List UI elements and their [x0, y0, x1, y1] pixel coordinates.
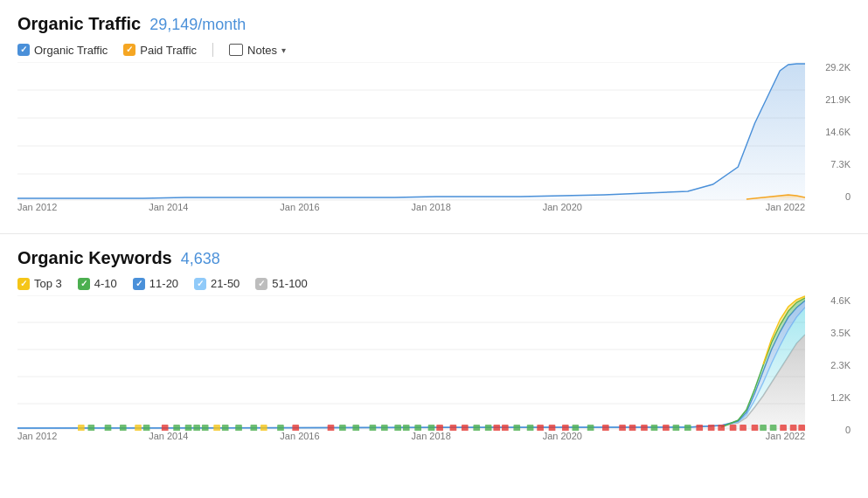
svg-rect-60: [684, 425, 691, 431]
svg-rect-23: [213, 425, 220, 431]
svg-rect-46: [513, 425, 520, 431]
svg-rect-40: [450, 425, 457, 431]
svg-rect-35: [394, 425, 401, 431]
11-20-label: 11-20: [149, 277, 178, 290]
organic-keywords-section: Organic Keywords 4,638 Top 3 4-10 11-20 …: [0, 234, 868, 462]
svg-rect-36: [403, 425, 410, 431]
organic-keywords-header: Organic Keywords 4,638: [17, 248, 851, 268]
svg-rect-24: [222, 425, 229, 431]
svg-rect-31: [339, 425, 346, 431]
svg-rect-42: [473, 425, 480, 431]
svg-rect-61: [696, 425, 703, 431]
organic-keywords-x-axis: Jan 2012 Jan 2014 Jan 2016 Jan 2018 Jan …: [17, 431, 851, 441]
svg-rect-28: [277, 425, 284, 431]
x-label-4: Jan 2020: [543, 202, 674, 212]
svg-rect-20: [185, 425, 192, 431]
svg-rect-57: [651, 425, 658, 431]
svg-rect-16: [135, 425, 142, 431]
kw-x-label-2: Jan 2016: [280, 431, 411, 441]
51-100-checkbox[interactable]: [255, 278, 267, 290]
svg-rect-49: [549, 425, 556, 431]
paid-traffic-label: Paid Traffic: [140, 44, 197, 57]
svg-rect-54: [619, 425, 626, 431]
x-label-0: Jan 2012: [17, 202, 149, 212]
svg-rect-47: [527, 425, 534, 431]
y-label-1: 21.9K: [825, 94, 851, 105]
svg-rect-26: [250, 425, 257, 431]
svg-rect-56: [641, 425, 648, 431]
y-label-0: 29.2K: [825, 62, 851, 73]
legend-item-paid[interactable]: Paid Traffic: [123, 44, 197, 57]
kw-y-label-4: 0: [845, 425, 851, 435]
svg-rect-70: [790, 425, 797, 431]
organic-traffic-y-axis: 29.2K 21.9K 14.6K 7.3K 0: [807, 62, 851, 202]
organic-traffic-checkbox[interactable]: [17, 44, 30, 56]
svg-rect-69: [780, 425, 787, 431]
svg-rect-43: [485, 425, 492, 431]
svg-rect-68: [770, 425, 777, 431]
kw-y-label-0: 4.6K: [830, 295, 851, 306]
svg-rect-30: [328, 425, 335, 431]
x-label-3: Jan 2018: [412, 202, 543, 212]
organic-traffic-chart: [17, 62, 805, 202]
paid-traffic-checkbox[interactable]: [123, 44, 135, 56]
svg-rect-39: [436, 425, 443, 431]
legend-item-11-20[interactable]: 11-20: [133, 277, 178, 290]
legend-item-21-50[interactable]: 21-50: [194, 277, 240, 290]
notes-label: Notes: [247, 44, 277, 57]
svg-rect-13: [88, 425, 95, 431]
svg-rect-17: [143, 425, 150, 431]
svg-rect-41: [462, 425, 469, 431]
svg-rect-55: [629, 425, 636, 431]
legend-item-51-100[interactable]: 51-100: [255, 277, 307, 290]
51-100-label: 51-100: [272, 277, 307, 290]
kw-y-label-1: 3.5K: [830, 328, 851, 338]
svg-rect-25: [235, 425, 242, 431]
svg-rect-45: [502, 425, 509, 431]
top3-checkbox[interactable]: [17, 278, 30, 290]
4-10-checkbox[interactable]: [78, 278, 90, 290]
legend-item-top3[interactable]: Top 3: [17, 277, 62, 290]
svg-rect-51: [573, 425, 580, 431]
organic-traffic-header: Organic Traffic 29,149/month: [17, 14, 851, 34]
svg-rect-71: [798, 425, 805, 431]
notes-chevron-icon: ▾: [281, 45, 286, 55]
svg-rect-37: [414, 425, 421, 431]
x-label-2: Jan 2016: [280, 202, 411, 212]
notes-button[interactable]: Notes ▾: [229, 44, 286, 57]
svg-rect-58: [663, 425, 670, 431]
legend-item-organic[interactable]: Organic Traffic: [17, 44, 108, 57]
svg-rect-27: [260, 425, 267, 431]
organic-traffic-chart-wrapper: 29.2K 21.9K 14.6K 7.3K 0: [17, 62, 851, 202]
organic-traffic-value: 29,149/month: [149, 16, 246, 34]
notes-icon: [229, 44, 243, 56]
organic-keywords-chart-wrapper: 4.6K 3.5K 2.3K 1.2K 0: [17, 295, 851, 431]
svg-rect-21: [193, 425, 200, 431]
svg-rect-12: [78, 425, 85, 431]
kw-y-label-2: 2.3K: [830, 360, 851, 370]
organic-keywords-chart: [17, 295, 805, 431]
svg-rect-50: [562, 425, 569, 431]
kw-x-label-1: Jan 2014: [149, 431, 280, 441]
svg-rect-52: [587, 425, 594, 431]
svg-rect-29: [292, 425, 299, 431]
svg-rect-44: [493, 425, 500, 431]
svg-rect-34: [381, 425, 388, 431]
kw-x-label-5: Jan 2022: [674, 431, 805, 441]
kw-x-label-3: Jan 2018: [412, 431, 543, 441]
top3-label: Top 3: [34, 277, 62, 290]
organic-keywords-value: 4,638: [181, 250, 220, 268]
legend-item-4-10[interactable]: 4-10: [78, 277, 117, 290]
21-50-checkbox[interactable]: [194, 278, 206, 290]
y-label-4: 0: [845, 191, 851, 202]
y-label-3: 7.3K: [830, 159, 851, 169]
kw-x-label-0: Jan 2012: [17, 431, 149, 441]
organic-traffic-label: Organic Traffic: [34, 44, 108, 57]
organic-traffic-x-axis: Jan 2012 Jan 2014 Jan 2016 Jan 2018 Jan …: [17, 202, 851, 212]
organic-keywords-title: Organic Keywords: [17, 248, 172, 268]
kw-x-label-4: Jan 2020: [543, 431, 674, 441]
svg-rect-15: [120, 425, 127, 431]
11-20-checkbox[interactable]: [133, 278, 145, 290]
organic-traffic-legend: Organic Traffic Paid Traffic Notes ▾: [17, 43, 851, 57]
svg-rect-64: [730, 425, 737, 431]
